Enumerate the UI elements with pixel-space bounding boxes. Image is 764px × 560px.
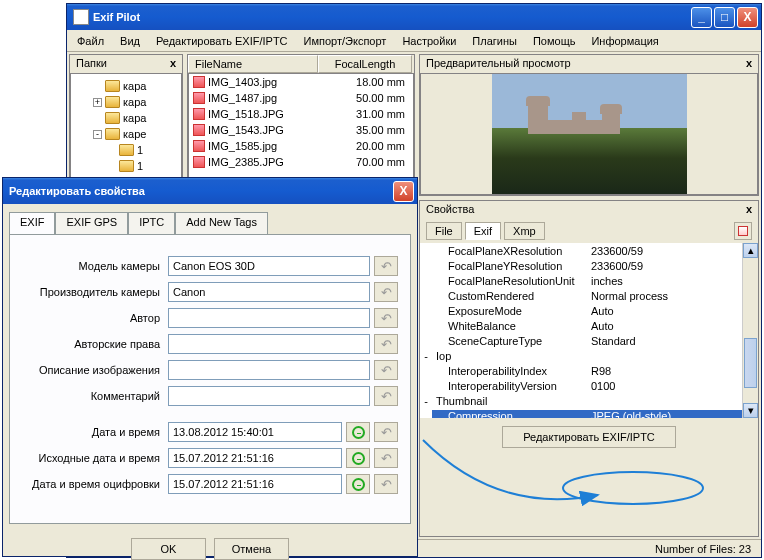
jpg-icon	[193, 76, 205, 88]
field-input[interactable]	[168, 422, 342, 442]
field-input[interactable]	[168, 334, 370, 354]
col-focallength[interactable]: FocalLength	[318, 55, 412, 73]
folders-close-icon[interactable]: x	[170, 57, 176, 71]
preview-close-icon[interactable]: x	[746, 57, 752, 71]
property-row[interactable]: FocalPlaneResolutionUnitinches	[420, 273, 758, 288]
scroll-thumb[interactable]	[744, 338, 757, 388]
dialog-tab-add-tags[interactable]: Add New Tags	[175, 212, 268, 234]
dialog-titlebar[interactable]: Редактировать свойства X	[3, 178, 417, 204]
property-row[interactable]: FocalPlaneXResolution233600/59	[420, 243, 758, 258]
property-row[interactable]: -Thumbnail	[420, 393, 758, 408]
file-row[interactable]: IMG_1518.JPG31.00 mm	[189, 106, 413, 122]
undo-button[interactable]	[374, 256, 398, 276]
file-row[interactable]: IMG_1403.jpg18.00 mm	[189, 74, 413, 90]
field-input[interactable]	[168, 308, 370, 328]
undo-button[interactable]	[374, 282, 398, 302]
folder-icon	[105, 128, 120, 140]
dialog-title: Редактировать свойства	[9, 185, 393, 197]
field-input[interactable]	[168, 386, 370, 406]
tab-exif[interactable]: Exif	[465, 222, 501, 240]
tree-item[interactable]: +кара	[73, 94, 179, 110]
file-row[interactable]: IMG_1487.jpg50.00 mm	[189, 90, 413, 106]
minimize-button[interactable]: _	[691, 7, 712, 28]
property-row[interactable]: WhiteBalanceAuto	[420, 318, 758, 333]
tree-item[interactable]: 1	[73, 142, 179, 158]
date-picker-button[interactable]	[346, 474, 370, 494]
undo-button[interactable]	[374, 360, 398, 380]
dialog-tab-iptc[interactable]: IPTC	[128, 212, 175, 234]
menu-info[interactable]: Информация	[585, 33, 664, 49]
clock-icon	[352, 478, 365, 491]
undo-button[interactable]	[374, 422, 398, 442]
close-button[interactable]: X	[737, 7, 758, 28]
undo-button[interactable]	[374, 474, 398, 494]
menu-import-export[interactable]: Импорт/Экспорт	[298, 33, 393, 49]
undo-button[interactable]	[374, 308, 398, 328]
app-icon	[73, 9, 89, 25]
dialog-tab-exif[interactable]: EXIF	[9, 212, 55, 234]
menubar: Файл Вид Редактировать EXIF/IPTC Импорт/…	[67, 30, 761, 52]
property-row[interactable]: SceneCaptureTypeStandard	[420, 333, 758, 348]
date-picker-button[interactable]	[346, 448, 370, 468]
property-row[interactable]: CompressionJPEG (old-style)	[420, 408, 758, 418]
preview-image	[492, 74, 687, 194]
properties-options-button[interactable]	[734, 222, 752, 240]
undo-button[interactable]	[374, 334, 398, 354]
form-row: Производитель камеры	[22, 279, 398, 305]
main-titlebar[interactable]: Exif Pilot _ □ X	[67, 4, 761, 30]
form-row: Комментарий	[22, 383, 398, 409]
properties-tabs: File Exif Xmp	[420, 219, 758, 243]
form-row: Автор	[22, 305, 398, 331]
field-label: Дата и время	[22, 426, 164, 438]
field-input[interactable]	[168, 256, 370, 276]
field-label: Исходные дата и время	[22, 452, 164, 464]
ok-button[interactable]: OK	[131, 538, 206, 560]
properties-grid[interactable]: FocalPlaneXResolution233600/59FocalPlane…	[420, 243, 758, 418]
field-input[interactable]	[168, 448, 342, 468]
file-row[interactable]: IMG_1585.jpg20.00 mm	[189, 138, 413, 154]
property-row[interactable]: InteroperabilityVersion0100	[420, 378, 758, 393]
property-row[interactable]: ExposureModeAuto	[420, 303, 758, 318]
file-row[interactable]: IMG_2385.JPG70.00 mm	[189, 154, 413, 170]
menu-settings[interactable]: Настройки	[396, 33, 462, 49]
property-row[interactable]: CustomRenderedNormal process	[420, 288, 758, 303]
properties-close-icon[interactable]: x	[746, 203, 752, 217]
tab-xmp[interactable]: Xmp	[504, 222, 545, 240]
undo-button[interactable]	[374, 386, 398, 406]
form-row: Модель камеры	[22, 253, 398, 279]
edit-exif-button[interactable]: Редактировать EXIF/IPTC	[502, 426, 676, 448]
scrollbar-vertical[interactable]: ▴ ▾	[742, 243, 758, 418]
field-input[interactable]	[168, 474, 342, 494]
folder-tree[interactable]: кара+каракара-каре11	[70, 73, 182, 193]
properties-header: Свойства	[426, 203, 474, 217]
menu-plugins[interactable]: Плагины	[466, 33, 523, 49]
property-row[interactable]: InteroperabilityIndexR98	[420, 363, 758, 378]
tree-item[interactable]: 1	[73, 158, 179, 174]
undo-button[interactable]	[374, 448, 398, 468]
menu-edit-exif[interactable]: Редактировать EXIF/IPTC	[150, 33, 294, 49]
menu-view[interactable]: Вид	[114, 33, 146, 49]
tree-item[interactable]: кара	[73, 78, 179, 94]
preview-header: Предварительный просмотр	[426, 57, 571, 71]
menu-help[interactable]: Помощь	[527, 33, 582, 49]
property-row[interactable]: FocalPlaneYResolution233600/59	[420, 258, 758, 273]
maximize-button[interactable]: □	[714, 7, 735, 28]
file-row[interactable]: IMG_1543.JPG35.00 mm	[189, 122, 413, 138]
field-input[interactable]	[168, 282, 370, 302]
field-label: Модель камеры	[22, 260, 164, 272]
dialog-close-button[interactable]: X	[393, 181, 414, 202]
property-row[interactable]: -Iop	[420, 348, 758, 363]
dialog-tab-exif-gps[interactable]: EXIF GPS	[55, 212, 128, 234]
cancel-button[interactable]: Отмена	[214, 538, 289, 560]
form-row: Исходные дата и время	[22, 445, 398, 471]
menu-file[interactable]: Файл	[71, 33, 110, 49]
tree-item[interactable]: кара	[73, 110, 179, 126]
tree-item[interactable]: -каре	[73, 126, 179, 142]
folder-icon	[105, 112, 120, 124]
date-picker-button[interactable]	[346, 422, 370, 442]
tab-file[interactable]: File	[426, 222, 462, 240]
jpg-icon	[193, 140, 205, 152]
col-filename[interactable]: FileName	[188, 55, 318, 73]
file-list[interactable]: IMG_1403.jpg18.00 mmIMG_1487.jpg50.00 mm…	[188, 73, 414, 193]
field-input[interactable]	[168, 360, 370, 380]
